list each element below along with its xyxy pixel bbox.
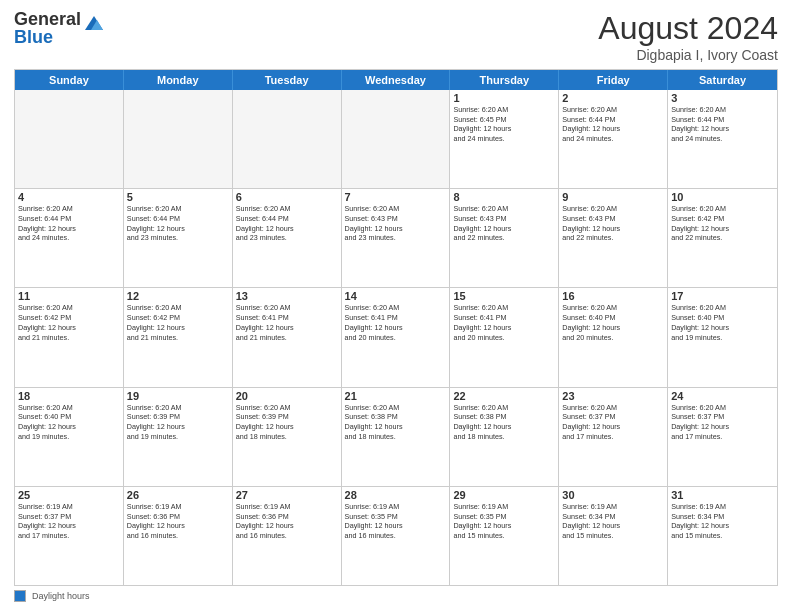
day-number: 12 bbox=[127, 290, 229, 302]
day-info: Sunrise: 6:20 AM Sunset: 6:45 PM Dayligh… bbox=[453, 105, 555, 144]
calendar-cell: 27Sunrise: 6:19 AM Sunset: 6:36 PM Dayli… bbox=[233, 487, 342, 585]
calendar-cell: 5Sunrise: 6:20 AM Sunset: 6:44 PM Daylig… bbox=[124, 189, 233, 287]
day-info: Sunrise: 6:20 AM Sunset: 6:40 PM Dayligh… bbox=[18, 403, 120, 442]
day-info: Sunrise: 6:19 AM Sunset: 6:35 PM Dayligh… bbox=[345, 502, 447, 541]
day-number: 15 bbox=[453, 290, 555, 302]
day-header-saturday: Saturday bbox=[668, 70, 777, 90]
calendar-cell: 20Sunrise: 6:20 AM Sunset: 6:39 PM Dayli… bbox=[233, 388, 342, 486]
day-number: 25 bbox=[18, 489, 120, 501]
logo-blue: Blue bbox=[14, 28, 81, 46]
calendar-cell: 24Sunrise: 6:20 AM Sunset: 6:37 PM Dayli… bbox=[668, 388, 777, 486]
calendar-cell bbox=[233, 90, 342, 188]
calendar-cell: 30Sunrise: 6:19 AM Sunset: 6:34 PM Dayli… bbox=[559, 487, 668, 585]
day-number: 2 bbox=[562, 92, 664, 104]
day-info: Sunrise: 6:20 AM Sunset: 6:38 PM Dayligh… bbox=[345, 403, 447, 442]
day-info: Sunrise: 6:20 AM Sunset: 6:44 PM Dayligh… bbox=[236, 204, 338, 243]
day-number: 22 bbox=[453, 390, 555, 402]
day-info: Sunrise: 6:19 AM Sunset: 6:35 PM Dayligh… bbox=[453, 502, 555, 541]
day-number: 8 bbox=[453, 191, 555, 203]
day-info: Sunrise: 6:20 AM Sunset: 6:41 PM Dayligh… bbox=[345, 303, 447, 342]
calendar-cell: 10Sunrise: 6:20 AM Sunset: 6:42 PM Dayli… bbox=[668, 189, 777, 287]
day-number: 23 bbox=[562, 390, 664, 402]
day-number: 20 bbox=[236, 390, 338, 402]
day-info: Sunrise: 6:20 AM Sunset: 6:44 PM Dayligh… bbox=[18, 204, 120, 243]
calendar-cell: 9Sunrise: 6:20 AM Sunset: 6:43 PM Daylig… bbox=[559, 189, 668, 287]
location-subtitle: Digbapia I, Ivory Coast bbox=[598, 47, 778, 63]
day-number: 9 bbox=[562, 191, 664, 203]
day-header-monday: Monday bbox=[124, 70, 233, 90]
calendar-cell: 4Sunrise: 6:20 AM Sunset: 6:44 PM Daylig… bbox=[15, 189, 124, 287]
day-info: Sunrise: 6:20 AM Sunset: 6:44 PM Dayligh… bbox=[562, 105, 664, 144]
day-info: Sunrise: 6:20 AM Sunset: 6:39 PM Dayligh… bbox=[236, 403, 338, 442]
day-info: Sunrise: 6:20 AM Sunset: 6:42 PM Dayligh… bbox=[127, 303, 229, 342]
day-number: 26 bbox=[127, 489, 229, 501]
day-info: Sunrise: 6:20 AM Sunset: 6:42 PM Dayligh… bbox=[671, 204, 774, 243]
day-info: Sunrise: 6:20 AM Sunset: 6:37 PM Dayligh… bbox=[562, 403, 664, 442]
day-info: Sunrise: 6:20 AM Sunset: 6:40 PM Dayligh… bbox=[671, 303, 774, 342]
day-number: 16 bbox=[562, 290, 664, 302]
page-header: General Blue August 2024 Digbapia I, Ivo… bbox=[14, 10, 778, 63]
day-info: Sunrise: 6:20 AM Sunset: 6:43 PM Dayligh… bbox=[453, 204, 555, 243]
calendar-week-4: 18Sunrise: 6:20 AM Sunset: 6:40 PM Dayli… bbox=[15, 388, 777, 487]
calendar-cell: 28Sunrise: 6:19 AM Sunset: 6:35 PM Dayli… bbox=[342, 487, 451, 585]
calendar-cell: 11Sunrise: 6:20 AM Sunset: 6:42 PM Dayli… bbox=[15, 288, 124, 386]
day-info: Sunrise: 6:19 AM Sunset: 6:36 PM Dayligh… bbox=[236, 502, 338, 541]
day-header-wednesday: Wednesday bbox=[342, 70, 451, 90]
day-info: Sunrise: 6:20 AM Sunset: 6:42 PM Dayligh… bbox=[18, 303, 120, 342]
day-info: Sunrise: 6:20 AM Sunset: 6:37 PM Dayligh… bbox=[671, 403, 774, 442]
day-number: 17 bbox=[671, 290, 774, 302]
day-number: 31 bbox=[671, 489, 774, 501]
day-number: 11 bbox=[18, 290, 120, 302]
day-number: 24 bbox=[671, 390, 774, 402]
day-number: 4 bbox=[18, 191, 120, 203]
calendar-cell: 18Sunrise: 6:20 AM Sunset: 6:40 PM Dayli… bbox=[15, 388, 124, 486]
calendar-cell: 26Sunrise: 6:19 AM Sunset: 6:36 PM Dayli… bbox=[124, 487, 233, 585]
day-header-thursday: Thursday bbox=[450, 70, 559, 90]
day-number: 7 bbox=[345, 191, 447, 203]
calendar-cell: 7Sunrise: 6:20 AM Sunset: 6:43 PM Daylig… bbox=[342, 189, 451, 287]
day-number: 5 bbox=[127, 191, 229, 203]
day-number: 30 bbox=[562, 489, 664, 501]
calendar-cell: 8Sunrise: 6:20 AM Sunset: 6:43 PM Daylig… bbox=[450, 189, 559, 287]
day-number: 27 bbox=[236, 489, 338, 501]
calendar-cell: 19Sunrise: 6:20 AM Sunset: 6:39 PM Dayli… bbox=[124, 388, 233, 486]
calendar-body: 1Sunrise: 6:20 AM Sunset: 6:45 PM Daylig… bbox=[15, 90, 777, 585]
calendar-cell bbox=[15, 90, 124, 188]
calendar-week-3: 11Sunrise: 6:20 AM Sunset: 6:42 PM Dayli… bbox=[15, 288, 777, 387]
day-info: Sunrise: 6:19 AM Sunset: 6:37 PM Dayligh… bbox=[18, 502, 120, 541]
day-info: Sunrise: 6:20 AM Sunset: 6:44 PM Dayligh… bbox=[127, 204, 229, 243]
calendar: SundayMondayTuesdayWednesdayThursdayFrid… bbox=[14, 69, 778, 586]
calendar-cell: 21Sunrise: 6:20 AM Sunset: 6:38 PM Dayli… bbox=[342, 388, 451, 486]
calendar-cell: 3Sunrise: 6:20 AM Sunset: 6:44 PM Daylig… bbox=[668, 90, 777, 188]
day-number: 6 bbox=[236, 191, 338, 203]
day-info: Sunrise: 6:20 AM Sunset: 6:44 PM Dayligh… bbox=[671, 105, 774, 144]
calendar-cell: 12Sunrise: 6:20 AM Sunset: 6:42 PM Dayli… bbox=[124, 288, 233, 386]
calendar-header: SundayMondayTuesdayWednesdayThursdayFrid… bbox=[15, 70, 777, 90]
day-number: 10 bbox=[671, 191, 774, 203]
day-number: 14 bbox=[345, 290, 447, 302]
logo-icon bbox=[83, 12, 105, 34]
legend-label: Daylight hours bbox=[32, 591, 90, 601]
logo-general: General bbox=[14, 10, 81, 28]
calendar-cell: 1Sunrise: 6:20 AM Sunset: 6:45 PM Daylig… bbox=[450, 90, 559, 188]
calendar-cell: 16Sunrise: 6:20 AM Sunset: 6:40 PM Dayli… bbox=[559, 288, 668, 386]
month-year-title: August 2024 bbox=[598, 10, 778, 47]
calendar-cell: 6Sunrise: 6:20 AM Sunset: 6:44 PM Daylig… bbox=[233, 189, 342, 287]
day-number: 19 bbox=[127, 390, 229, 402]
day-info: Sunrise: 6:19 AM Sunset: 6:34 PM Dayligh… bbox=[671, 502, 774, 541]
day-header-sunday: Sunday bbox=[15, 70, 124, 90]
day-number: 29 bbox=[453, 489, 555, 501]
day-header-friday: Friday bbox=[559, 70, 668, 90]
day-number: 1 bbox=[453, 92, 555, 104]
day-info: Sunrise: 6:20 AM Sunset: 6:43 PM Dayligh… bbox=[562, 204, 664, 243]
calendar-week-5: 25Sunrise: 6:19 AM Sunset: 6:37 PM Dayli… bbox=[15, 487, 777, 585]
calendar-cell: 31Sunrise: 6:19 AM Sunset: 6:34 PM Dayli… bbox=[668, 487, 777, 585]
day-number: 3 bbox=[671, 92, 774, 104]
day-info: Sunrise: 6:19 AM Sunset: 6:36 PM Dayligh… bbox=[127, 502, 229, 541]
day-info: Sunrise: 6:20 AM Sunset: 6:41 PM Dayligh… bbox=[453, 303, 555, 342]
calendar-cell bbox=[342, 90, 451, 188]
calendar-cell: 17Sunrise: 6:20 AM Sunset: 6:40 PM Dayli… bbox=[668, 288, 777, 386]
day-info: Sunrise: 6:20 AM Sunset: 6:38 PM Dayligh… bbox=[453, 403, 555, 442]
calendar-cell: 22Sunrise: 6:20 AM Sunset: 6:38 PM Dayli… bbox=[450, 388, 559, 486]
calendar-cell: 2Sunrise: 6:20 AM Sunset: 6:44 PM Daylig… bbox=[559, 90, 668, 188]
